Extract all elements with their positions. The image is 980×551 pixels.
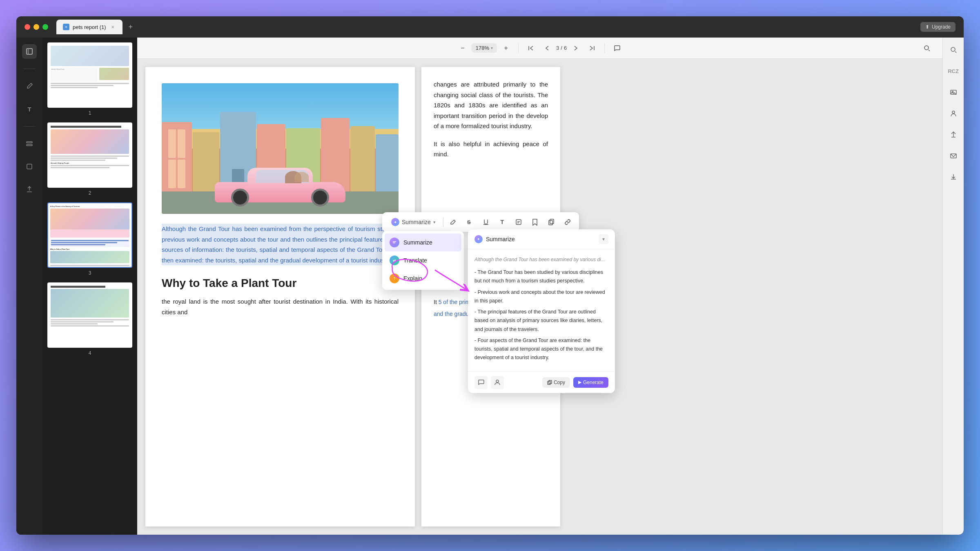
strikethrough-button[interactable]: S bbox=[462, 215, 477, 229]
right-panel-paragraph: changes are attributed primarily to the … bbox=[434, 79, 548, 131]
svg-point-16 bbox=[952, 111, 955, 113]
summarize-ai-icon: ✦ bbox=[391, 218, 399, 226]
ai-chat-icon[interactable] bbox=[474, 376, 488, 389]
right-share-icon[interactable] bbox=[946, 127, 961, 142]
ai-bullet-4: - Four aspects of the Grand Tour are exa… bbox=[474, 336, 608, 362]
ai-bullet-1: - The Grand Tour has been studied by var… bbox=[474, 268, 608, 286]
share-icon[interactable] bbox=[22, 182, 37, 197]
copy-label: Copy bbox=[554, 380, 565, 385]
first-page-button[interactable] bbox=[523, 41, 538, 56]
doc-image-travel bbox=[162, 83, 399, 214]
underline-button[interactable] bbox=[479, 215, 493, 229]
tab-doc-icon: ≡ bbox=[63, 24, 69, 30]
page-thumb-img-3: A Key Phase in the History of Tourism Wh… bbox=[47, 202, 132, 268]
pages-icon[interactable] bbox=[22, 44, 37, 59]
highlighted-paragraph: Although the Grand Tour has been examine… bbox=[162, 225, 399, 264]
tab-close-button[interactable]: ✕ bbox=[109, 24, 116, 30]
upgrade-button[interactable]: ⬆ Upgrade bbox=[920, 22, 956, 32]
dropdown-translate[interactable]: ⇄ Translate bbox=[385, 251, 461, 269]
dropdown-explain-label: Explain bbox=[403, 275, 422, 282]
zoom-display[interactable]: 178% ▾ bbox=[472, 43, 497, 53]
prev-page-button[interactable] bbox=[540, 41, 555, 56]
search-button[interactable] bbox=[920, 41, 934, 56]
ai-panel-close-button[interactable]: ▾ bbox=[599, 234, 608, 244]
tab-bar: ≡ pets report (1) ✕ + bbox=[56, 20, 920, 34]
right-person-icon[interactable] bbox=[946, 106, 961, 121]
text-button[interactable]: T bbox=[495, 215, 510, 229]
ai-bullet-2: - Previous work and concepts about the t… bbox=[474, 288, 608, 306]
page-total: 6 bbox=[564, 45, 567, 51]
new-tab-button[interactable]: + bbox=[125, 21, 136, 33]
copy-button[interactable]: Copy bbox=[542, 377, 570, 388]
right-download-icon[interactable] bbox=[946, 170, 961, 184]
context-dropdown: Summarize ⇄ Translate ? Explain bbox=[382, 231, 464, 290]
page-thumb-3[interactable]: A Key Phase in the History of Tourism Wh… bbox=[47, 202, 132, 276]
ai-bullets: - The Grand Tour has been studied by var… bbox=[474, 268, 608, 362]
forms-icon[interactable] bbox=[22, 136, 37, 151]
right-image-icon[interactable] bbox=[946, 85, 961, 100]
dropdown-summarize[interactable]: Summarize bbox=[385, 233, 461, 251]
dropdown-translate-icon: ⇄ bbox=[390, 256, 399, 265]
svg-rect-4 bbox=[27, 164, 32, 169]
ann-separator-1 bbox=[443, 217, 443, 227]
close-button[interactable] bbox=[24, 24, 30, 30]
zoom-in-button[interactable]: + bbox=[499, 41, 513, 56]
minimize-button[interactable] bbox=[33, 24, 39, 30]
titlebar-right: ⬆ Upgrade bbox=[920, 22, 956, 32]
ai-panel-title-group: ✦ Summarize bbox=[474, 235, 515, 243]
last-page-button[interactable] bbox=[585, 41, 599, 56]
toolbar-search-button[interactable] bbox=[920, 41, 934, 56]
sidebar-icons: T bbox=[16, 38, 42, 535]
summarize-label: Summarize bbox=[402, 219, 431, 225]
titlebar: ≡ pets report (1) ✕ + ⬆ Upgrade bbox=[16, 16, 964, 38]
svg-text:S: S bbox=[467, 219, 471, 225]
stamps-icon[interactable] bbox=[22, 159, 37, 174]
summarize-dropdown-button[interactable]: ✦ Summarize ▾ bbox=[386, 216, 441, 229]
thumb3-title: A Key Phase in the History of Tourism bbox=[50, 205, 129, 207]
link-button[interactable] bbox=[560, 215, 575, 229]
right-panel-icons: RCZ bbox=[942, 38, 964, 535]
text-tool-icon[interactable]: T bbox=[22, 102, 37, 116]
right-email-icon[interactable] bbox=[946, 149, 961, 163]
page-thumb-4[interactable]: 4 bbox=[47, 282, 132, 356]
next-page-button[interactable] bbox=[568, 41, 583, 56]
page-label-1: 1 bbox=[89, 110, 91, 116]
annotate-icon[interactable] bbox=[22, 79, 37, 93]
dropdown-explain[interactable]: ? Explain bbox=[385, 269, 461, 287]
copy-format-button[interactable] bbox=[544, 215, 559, 229]
page-current: 3 bbox=[556, 45, 559, 51]
zoom-controls: − 178% ▾ + bbox=[455, 41, 513, 56]
main-content: T bbox=[16, 38, 964, 535]
maximize-button[interactable] bbox=[42, 24, 48, 30]
page-thumb-img-2: Animals Helping People bbox=[47, 122, 132, 188]
ai-bullet-3: - The principal features of the Grand To… bbox=[474, 308, 608, 334]
page-separator: / bbox=[561, 45, 562, 51]
page-thumb-2[interactable]: Animals Helping People 2 bbox=[47, 122, 132, 196]
ai-footer-right: Copy ▶ Generate bbox=[542, 377, 608, 388]
dropdown-translate-label: Translate bbox=[403, 257, 427, 264]
svg-rect-1 bbox=[28, 49, 29, 54]
note-button[interactable] bbox=[511, 215, 526, 229]
zoom-value: 178% bbox=[476, 45, 489, 51]
comment-button[interactable] bbox=[610, 41, 624, 56]
highlight-tool-button[interactable] bbox=[446, 215, 461, 229]
ai-panel-title-label: Summarize bbox=[486, 236, 515, 242]
svg-rect-7 bbox=[516, 220, 521, 224]
bookmark-button[interactable] bbox=[528, 215, 542, 229]
ai-panel-header: ✦ Summarize ▾ bbox=[468, 229, 615, 249]
tab-active[interactable]: ≡ pets report (1) ✕ bbox=[56, 20, 122, 34]
doc-highlighted-text[interactable]: Although the Grand Tour has been examine… bbox=[162, 224, 399, 265]
right-search-icon[interactable] bbox=[946, 42, 961, 57]
page-nav: 3 / 6 bbox=[523, 41, 599, 56]
zoom-out-button[interactable]: − bbox=[455, 41, 470, 56]
page-thumb-1[interactable]: Animals Helping People 1 bbox=[47, 42, 132, 116]
doc-section-heading: Why to Take a Plant Tour bbox=[162, 277, 399, 290]
toolbar-divider-1 bbox=[518, 43, 519, 53]
ai-person-icon[interactable] bbox=[491, 376, 504, 389]
page-label-2: 2 bbox=[89, 190, 91, 196]
svg-rect-8 bbox=[550, 219, 554, 224]
right-format-icon[interactable]: RCZ bbox=[946, 64, 961, 78]
dropdown-chevron: ▾ bbox=[433, 220, 436, 225]
generate-button[interactable]: ▶ Generate bbox=[573, 377, 608, 388]
dropdown-explain-icon: ? bbox=[390, 273, 399, 283]
